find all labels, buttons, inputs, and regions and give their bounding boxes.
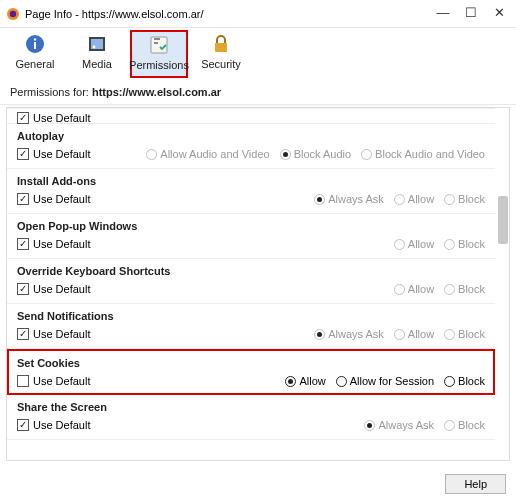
section-title: Set Cookies [17, 357, 485, 369]
radio-always-ask[interactable]: Always Ask [314, 328, 384, 340]
radio-allow-session[interactable]: Allow for Session [336, 375, 434, 387]
radio-always-ask[interactable]: Always Ask [314, 193, 384, 205]
section-cut: Use Default [7, 108, 495, 124]
svg-point-4 [34, 38, 36, 40]
tab-permissions[interactable]: Permissions [130, 30, 188, 78]
info-icon [24, 33, 46, 55]
radio-allow[interactable]: Allow [394, 328, 434, 340]
use-default-label: Use Default [33, 112, 90, 124]
section-title: Send Notifications [17, 310, 485, 322]
radio-block[interactable]: Block [444, 193, 485, 205]
use-default-checkbox[interactable] [17, 238, 29, 250]
toolbar: General Media Permissions Security [0, 28, 516, 82]
use-default-label: Use Default [33, 375, 90, 387]
section-autoplay: Autoplay Use Default Allow Audio and Vid… [7, 124, 495, 169]
section-title: Install Add-ons [17, 175, 485, 187]
use-default-checkbox[interactable] [17, 283, 29, 295]
maximize-button[interactable]: ☐ [464, 7, 478, 21]
use-default-label: Use Default [33, 193, 90, 205]
window-title: Page Info - https://www.elsol.com.ar/ [25, 8, 436, 20]
tab-media[interactable]: Media [68, 30, 126, 78]
section-install-addons: Install Add-ons Use Default Always Ask A… [7, 169, 495, 214]
use-default-label: Use Default [33, 328, 90, 340]
radio-allow[interactable]: Allow [394, 283, 434, 295]
lock-icon [210, 33, 232, 55]
dialog-footer: Help [445, 474, 506, 494]
window-controls: ― ☐ ✕ [436, 7, 510, 21]
permissions-for-label: Permissions for: https://www.elsol.com.a… [0, 82, 516, 105]
use-default-checkbox[interactable] [17, 419, 29, 431]
section-cookies: Set Cookies Use Default Allow Allow for … [7, 349, 495, 395]
tab-label: General [15, 58, 54, 70]
radio-block[interactable]: Block [444, 375, 485, 387]
radio-allow-av[interactable]: Allow Audio and Video [146, 148, 269, 160]
radio-block-audio[interactable]: Block Audio [280, 148, 351, 160]
section-notifications: Send Notifications Use Default Always As… [7, 304, 495, 349]
firefox-icon [6, 7, 20, 21]
svg-rect-9 [215, 43, 227, 52]
scrollbar-thumb[interactable] [498, 196, 508, 244]
use-default-label: Use Default [33, 283, 90, 295]
tab-label: Media [82, 58, 112, 70]
use-default-checkbox[interactable] [17, 375, 29, 387]
section-share-screen: Share the Screen Use Default Always Ask … [7, 395, 495, 440]
radio-block-av[interactable]: Block Audio and Video [361, 148, 485, 160]
radio-always-ask[interactable]: Always Ask [364, 419, 434, 431]
radio-block[interactable]: Block [444, 328, 485, 340]
minimize-button[interactable]: ― [436, 7, 450, 21]
section-title: Autoplay [17, 130, 485, 142]
tab-label: Permissions [129, 59, 189, 71]
use-default-checkbox[interactable] [17, 148, 29, 160]
radio-block[interactable]: Block [444, 419, 485, 431]
media-icon [86, 33, 108, 55]
use-default-checkbox[interactable] [17, 328, 29, 340]
tab-security[interactable]: Security [192, 30, 250, 78]
close-button[interactable]: ✕ [492, 7, 506, 21]
radio-block[interactable]: Block [444, 238, 485, 250]
window-titlebar: Page Info - https://www.elsol.com.ar/ ― … [0, 0, 516, 28]
use-default-checkbox[interactable] [17, 193, 29, 205]
use-default-label: Use Default [33, 238, 90, 250]
radio-block[interactable]: Block [444, 283, 485, 295]
radio-allow[interactable]: Allow [285, 375, 325, 387]
section-override-shortcuts: Override Keyboard Shortcuts Use Default … [7, 259, 495, 304]
svg-point-1 [10, 10, 16, 16]
section-title: Share the Screen [17, 401, 485, 413]
section-title: Override Keyboard Shortcuts [17, 265, 485, 277]
radio-allow[interactable]: Allow [394, 238, 434, 250]
permissions-icon [148, 34, 170, 56]
help-button[interactable]: Help [445, 474, 506, 494]
section-popups: Open Pop-up Windows Use Default Allow Bl… [7, 214, 495, 259]
permissions-panel: Use Default Autoplay Use Default Allow A… [6, 107, 510, 461]
radio-allow[interactable]: Allow [394, 193, 434, 205]
use-default-label: Use Default [33, 148, 90, 160]
use-default-checkbox[interactable] [17, 112, 29, 124]
svg-point-7 [93, 46, 96, 49]
section-title: Open Pop-up Windows [17, 220, 485, 232]
use-default-label: Use Default [33, 419, 90, 431]
tab-general[interactable]: General [6, 30, 64, 78]
svg-rect-3 [34, 42, 36, 49]
tab-label: Security [201, 58, 241, 70]
section-truncated: … [7, 440, 495, 454]
